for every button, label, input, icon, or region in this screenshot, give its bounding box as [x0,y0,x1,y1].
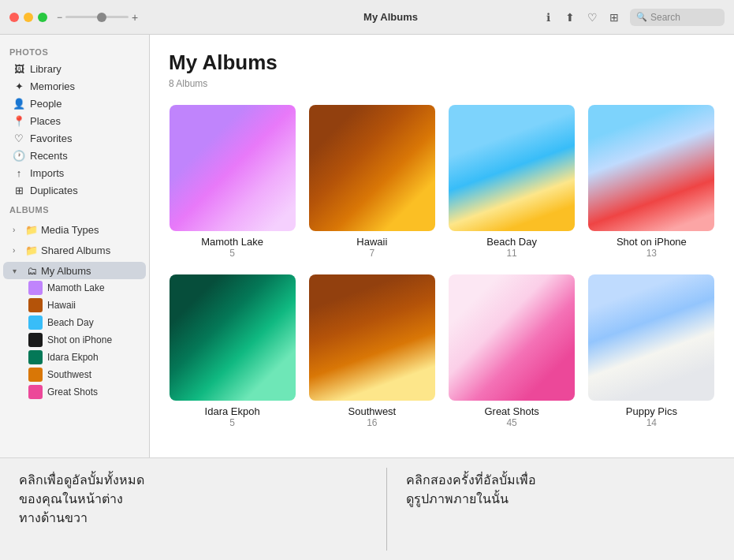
zoom-out-icon[interactable]: − [57,12,62,23]
share-icon[interactable]: ⬆ [564,11,576,24]
album-count-shot-on-iphone: 13 [646,248,657,259]
library-icon: 🖼 [13,62,25,75]
sidebar-subitem-hawaii[interactable]: Hawaii [9,297,146,314]
album-item-great-shots[interactable]: Great Shots 45 [449,274,576,428]
chevron-my-albums-icon: ▾ [13,267,22,275]
search-icon: 🔍 [636,12,647,22]
sidebar-subitem-beach-day[interactable]: Beach Day [9,314,146,331]
album-count-puppy-pics: 14 [646,417,657,428]
sidebar-group-children-my-albums: Mamoth Lake Hawaii Beach Day Shot on iPh… [0,279,149,401]
sidebar-label-duplicates: Duplicates [30,185,78,196]
album-item-hawaii[interactable]: Hawaii 7 [308,105,435,259]
zoom-in-icon[interactable]: + [132,11,138,24]
search-placeholder: Search [650,12,680,23]
album-thumb-puppy-pics [588,274,714,401]
sidebar-group-header-shared-albums[interactable]: › 📁 Shared Albums [3,241,146,259]
album-item-puppy-pics[interactable]: Puppy Pics 14 [588,274,715,428]
sidebar-group-my-albums: ▾ 🗂 My Albums Mamoth Lake Hawaii Beach D… [0,262,149,401]
chevron-shared-albums-icon: › [13,246,22,255]
album-item-mamoth-lake[interactable]: Mamoth Lake 5 [169,105,296,259]
sidebar-subitem-great-shots[interactable]: Great Shots [9,383,146,401]
subitem-thumb-great-shots [28,385,43,399]
album-thumb-idara-ekpoh [170,274,296,401]
album-thumb-img-hawaii [309,105,435,231]
albums-section-label: Albums [0,199,149,218]
album-item-idara-ekpoh[interactable]: Idara Ekpoh 5 [169,274,296,428]
album-count-southwest: 16 [367,417,377,428]
media-types-folder-icon: 📁 [25,223,38,236]
sidebar-subitem-mamoth-lake[interactable]: Mamoth Lake [9,279,146,297]
duplicates-icon: ⊞ [13,184,25,196]
sidebar-item-memories[interactable]: ✦ Memories [3,77,146,95]
sidebar-photos-section: 🖼 Library ✦ Memories 👤 People 📍 Places ♡… [0,60,149,199]
album-thumb-img-great-shots [449,274,575,401]
sidebar-item-favorites[interactable]: ♡ Favorites [3,129,146,147]
titlebar-actions: ℹ ⬆ ♡ ⊞ 🔍 Search [542,9,725,26]
sidebar-item-places[interactable]: 📍 Places [3,112,146,129]
subitem-thumb-hawaii [28,298,43,312]
album-name-puppy-pics: Puppy Pics [626,405,677,417]
albums-grid: Mamoth Lake 5 Hawaii 7 Beach Day 11 Shot… [169,105,715,428]
sidebar-item-duplicates[interactable]: ⊞ Duplicates [3,181,146,199]
zoom-slider-container: − + [57,11,138,24]
sidebar-label-imports: Imports [30,167,64,179]
content-area: My Albums 8 Albums Mamoth Lake 5 Hawaii … [150,35,734,457]
album-name-shot-on-iphone: Shot on iPhone [617,236,687,248]
subitem-thumb-idara-ekpoh [28,350,43,364]
shared-albums-folder-icon: 📁 [25,244,38,256]
sidebar-subitem-southwest[interactable]: Southwest [9,366,146,383]
close-button[interactable] [9,13,19,22]
sidebar-group-media-types: › 📁 Media Types [0,221,149,238]
titlebar: − + My Albums ℹ ⬆ ♡ ⊞ 🔍 Search [0,0,734,35]
subitem-label-shot-on-iphone: Shot on iPhone [47,334,112,345]
subitem-label-great-shots: Great Shots [47,386,98,398]
annotation-right-text: คลิกสองครั้งที่อัลบั้มเพื่อดูรูปภาพภายใน… [406,473,536,506]
album-thumb-img-beach-day [449,105,575,231]
my-albums-folder-icon: 🗂 [25,264,38,277]
sidebar-item-library[interactable]: 🖼 Library [3,60,146,77]
sidebar-subitem-shot-on-iphone[interactable]: Shot on iPhone [9,331,146,349]
places-icon: 📍 [13,114,25,127]
add-to-album-icon[interactable]: ⊞ [608,11,620,24]
album-name-hawaii: Hawaii [356,236,387,248]
sidebar-group-header-my-albums[interactable]: ▾ 🗂 My Albums [3,262,146,279]
annotation-area: คลิกเพื่อดูอัลบั้มทั้งหมดของคุณในหน้าต่า… [0,457,734,560]
maximize-button[interactable] [38,13,47,22]
album-thumb-mamoth-lake [170,105,296,231]
subitem-thumb-southwest [28,368,43,382]
album-item-beach-day[interactable]: Beach Day 11 [449,105,576,259]
sidebar-group-header-media-types[interactable]: › 📁 Media Types [3,221,146,238]
photos-section-label: Photos [0,41,149,60]
sidebar-subitem-idara-ekpoh[interactable]: Idara Ekpoh [9,349,146,366]
annotation-left: คลิกเพื่อดูอัลบั้มทั้งหมดของคุณในหน้าต่า… [0,458,386,540]
sidebar-label-people: People [30,98,61,110]
sidebar-item-recents[interactable]: 🕐 Recents [3,147,146,164]
minimize-button[interactable] [24,13,33,22]
album-item-southwest[interactable]: Southwest 16 [308,274,435,428]
sidebar-group-label-media-types: Media Types [41,224,99,236]
zoom-thumb[interactable] [97,13,106,22]
subitem-label-southwest: Southwest [47,369,91,380]
sidebar: Photos 🖼 Library ✦ Memories 👤 People 📍 P… [0,35,150,457]
favorites-icon: ♡ [13,132,25,144]
sidebar-group-shared-albums: › 📁 Shared Albums [0,241,149,259]
search-box[interactable]: 🔍 Search [630,9,725,26]
sidebar-label-memories: Memories [30,80,75,92]
sidebar-item-people[interactable]: 👤 People [3,95,146,112]
album-thumb-great-shots [449,274,575,401]
subitem-thumb-beach-day [28,315,43,330]
album-name-beach-day: Beach Day [486,236,537,248]
album-item-shot-on-iphone[interactable]: Shot on iPhone 13 [588,105,715,259]
sidebar-group-label-shared-albums: Shared Albums [41,245,110,256]
sidebar-item-imports[interactable]: ↑ Imports [3,164,146,181]
annotation-right: คลิกสองครั้งที่อัลบั้มเพื่อดูรูปภาพภายใน… [387,458,734,521]
titlebar-center: − + My Albums ℹ ⬆ ♡ ⊞ 🔍 Search [57,11,725,23]
titlebar-title: My Albums [363,11,418,23]
album-count-beach-day: 11 [506,248,516,259]
album-count-mamoth-lake: 5 [229,248,235,259]
favorite-icon[interactable]: ♡ [586,11,598,24]
zoom-track[interactable] [65,16,129,18]
info-icon[interactable]: ℹ [542,11,554,24]
sidebar-label-recents: Recents [30,150,68,162]
album-count-hawaii: 7 [370,248,375,259]
